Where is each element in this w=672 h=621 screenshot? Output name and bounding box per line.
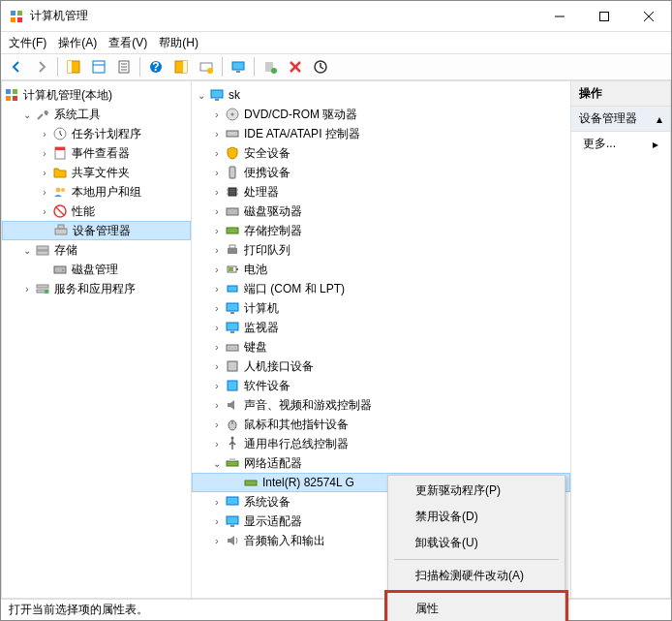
menu-action[interactable]: 操作(A) [58, 35, 97, 51]
actions-subheader[interactable]: 设备管理器 ▴ [571, 107, 670, 132]
actions-more[interactable]: 更多... ▸ [571, 132, 670, 156]
expand-icon[interactable]: › [209, 378, 225, 393]
tree-disk-management[interactable]: 磁盘管理 [2, 260, 191, 279]
svg-rect-68 [227, 303, 238, 311]
expand-icon[interactable]: › [209, 417, 225, 432]
expand-icon[interactable]: ⌄ [19, 107, 35, 122]
device-mouse[interactable]: ›鼠标和其他指针设备 [192, 415, 570, 434]
action-pane-button[interactable] [169, 55, 193, 78]
device-root[interactable]: ⌄ sk [192, 85, 570, 105]
expand-icon[interactable]: › [37, 184, 52, 200]
expand-icon[interactable]: › [209, 262, 225, 277]
tree-local-users[interactable]: › 本地用户和组 [2, 182, 191, 202]
expand-icon[interactable]: › [209, 397, 225, 413]
expand-icon[interactable]: › [209, 165, 225, 180]
expand-icon[interactable]: › [209, 358, 225, 374]
ctx-properties[interactable]: 属性 [390, 596, 563, 621]
expand-icon[interactable]: › [37, 203, 52, 219]
left-tree-panel: 计算机管理(本地) ⌄ 系统工具 › 任务计划程序 › 事件查看器 › 共享文件… [1, 80, 191, 599]
expand-icon[interactable]: › [209, 242, 225, 258]
ctx-scan-hardware[interactable]: 扫描检测硬件改动(A) [390, 563, 563, 589]
expand-icon[interactable]: › [209, 107, 225, 122]
monitor-button[interactable] [227, 55, 250, 78]
device-print-queue[interactable]: ›打印队列 [192, 240, 570, 260]
ctx-uninstall-device[interactable]: 卸载设备(U) [390, 530, 563, 556]
expand-icon[interactable]: ⌄ [194, 87, 209, 103]
expand-icon[interactable]: › [37, 126, 52, 141]
expand-icon[interactable]: › [209, 300, 225, 316]
expand-icon[interactable]: › [209, 436, 225, 451]
expand-icon[interactable]: › [37, 145, 52, 161]
menu-help[interactable]: 帮助(H) [159, 35, 199, 51]
device-dvd[interactable]: ›DVD/CD-ROM 驱动器 [192, 105, 570, 124]
help-button[interactable]: ? [144, 55, 168, 78]
expand-icon[interactable]: › [37, 165, 52, 180]
device-portable[interactable]: ›便携设备 [192, 163, 570, 182]
expand-icon[interactable]: › [209, 513, 225, 529]
forward-button[interactable] [30, 55, 53, 78]
tree-system-tools[interactable]: ⌄ 系统工具 [2, 105, 191, 124]
export-list-button[interactable] [112, 55, 136, 78]
expand-icon[interactable]: › [209, 320, 225, 335]
app-icon [9, 9, 24, 24]
properties-button[interactable] [87, 55, 110, 78]
expand-icon[interactable]: › [209, 494, 225, 510]
device-sound[interactable]: ›声音、视频和游戏控制器 [192, 395, 570, 415]
folder-icon [52, 165, 68, 180]
device-storage-ctrl[interactable]: ›存储控制器 [192, 221, 570, 240]
maximize-button[interactable] [582, 1, 626, 32]
enable-button[interactable] [259, 55, 282, 78]
device-usb[interactable]: ›通用串行总线控制器 [192, 434, 570, 453]
tree-services[interactable]: › 服务和应用程序 [2, 279, 191, 298]
tree-label: 磁盘管理 [72, 262, 118, 278]
expand-icon[interactable]: ⌄ [209, 455, 225, 471]
device-ide[interactable]: ›IDE ATA/ATAPI 控制器 [192, 124, 570, 143]
device-label: 计算机 [244, 300, 279, 317]
device-label: 人机接口设备 [244, 358, 314, 375]
tree-device-manager[interactable]: 设备管理器 [2, 221, 191, 240]
disable-button[interactable] [284, 55, 307, 78]
device-keyboard[interactable]: ›键盘 [192, 337, 570, 357]
expand-icon[interactable]: › [209, 145, 225, 161]
ctx-update-driver[interactable]: 更新驱动程序(P) [390, 478, 563, 504]
tree-event-viewer[interactable]: › 事件查看器 [2, 143, 191, 163]
expand-icon[interactable]: › [209, 126, 225, 141]
device-properties-button[interactable] [195, 55, 218, 78]
menu-view[interactable]: 查看(V) [108, 35, 147, 51]
device-hid[interactable]: ›人机接口设备 [192, 357, 570, 376]
device-software[interactable]: ›软件设备 [192, 376, 570, 395]
expand-icon[interactable]: › [19, 281, 35, 296]
expand-icon[interactable]: › [209, 223, 225, 238]
expand-icon[interactable]: › [209, 533, 225, 548]
device-processor[interactable]: ›处理器 [192, 182, 570, 202]
menu-file[interactable]: 文件(F) [9, 35, 46, 51]
tree-shared-folders[interactable]: › 共享文件夹 [2, 163, 191, 182]
ctx-disable-device[interactable]: 禁用设备(D) [390, 504, 563, 530]
device-computer[interactable]: ›计算机 [192, 298, 570, 318]
svg-rect-9 [68, 61, 72, 73]
expand-icon[interactable]: › [209, 203, 225, 219]
expand-icon[interactable]: › [209, 281, 225, 296]
minimize-button[interactable] [537, 1, 582, 32]
svg-rect-55 [229, 188, 236, 196]
update-button[interactable] [309, 55, 332, 78]
tree-task-scheduler[interactable]: › 任务计划程序 [2, 124, 191, 143]
svg-rect-23 [236, 71, 240, 73]
device-security[interactable]: ›安全设备 [192, 143, 570, 163]
tree-performance[interactable]: › 性能 [2, 202, 191, 221]
back-button[interactable] [5, 55, 28, 78]
device-ports[interactable]: ›端口 (COM 和 LPT) [192, 279, 570, 298]
tree-storage[interactable]: ⌄ 存储 [2, 240, 191, 260]
device-disk-drives[interactable]: ›磁盘驱动器 [192, 202, 570, 221]
content-area: 计算机管理(本地) ⌄ 系统工具 › 任务计划程序 › 事件查看器 › 共享文件… [1, 80, 671, 599]
device-monitor[interactable]: ›监视器 [192, 318, 570, 337]
close-button[interactable] [626, 1, 671, 32]
expand-icon[interactable]: › [209, 184, 225, 200]
device-network[interactable]: ⌄网络适配器 [192, 453, 570, 473]
expand-icon[interactable]: › [209, 339, 225, 355]
tree-root[interactable]: 计算机管理(本地) [2, 85, 191, 105]
device-battery[interactable]: ›电池 [192, 260, 570, 279]
device-label: 通用串行总线控制器 [244, 436, 349, 452]
show-hide-tree-button[interactable] [62, 55, 85, 78]
expand-icon[interactable]: ⌄ [19, 242, 35, 258]
